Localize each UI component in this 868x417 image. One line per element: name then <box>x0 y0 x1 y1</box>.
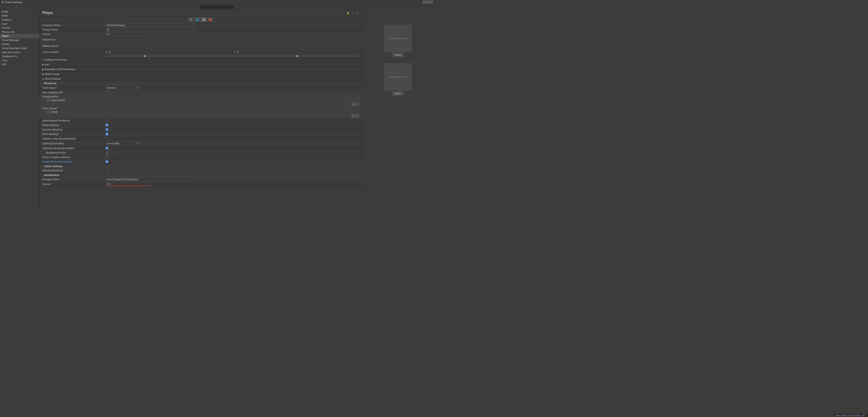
tab-webgl[interactable]: 🌐 <box>194 18 200 22</box>
slider-row <box>39 55 362 57</box>
identification-label: Identification <box>44 174 59 176</box>
frame-timing-label[interactable]: Enable Frame Timing Stats <box>42 160 105 163</box>
product-name-row: Product Name <box>39 27 362 32</box>
sidebar-item-physics2d[interactable]: Physics 2D <box>0 30 39 34</box>
graphics-apis-label: Graphics APIs <box>42 95 58 98</box>
frame-timing-checkbox[interactable] <box>105 160 108 163</box>
package-name-label: Package Name <box>42 178 105 181</box>
graphics-jobs-row: Graphics Jobs (Experimental)* <box>39 137 362 141</box>
sidebar-item-scriptorder[interactable]: Script Execution Order <box>0 46 39 50</box>
srgb-icon <box>47 111 50 113</box>
sidebar-item-tags[interactable]: Tags and Layers <box>0 50 39 54</box>
menu-icon[interactable]: ≡ <box>351 11 354 15</box>
sidebar-item-preset[interactable]: Preset Manager <box>0 38 39 42</box>
static-batching-checkbox[interactable] <box>105 124 108 126</box>
close-button[interactable]: × <box>430 0 433 4</box>
right-panel: None (Texture 2D) Select None (Texture 2… <box>362 9 434 208</box>
other-settings-label: Other Settings <box>45 77 61 80</box>
settings-for-android-header[interactable]: Settings for Android <box>39 57 362 62</box>
static-batching-label: Static Batching <box>42 124 105 126</box>
close-icon[interactable]: × <box>355 11 359 15</box>
gpu-skinning-row: GPU Skinning* <box>39 132 362 137</box>
tab-ios[interactable]: 🍎 <box>207 18 213 22</box>
company-name-input[interactable] <box>105 23 196 27</box>
sidebar-item-textmesh[interactable]: TextMesh Pro <box>0 54 39 58</box>
color-gamut-label: Color Gamut* <box>42 107 57 110</box>
title-bar-controls: — □ × <box>423 0 433 4</box>
lightmap-streaming-checkbox[interactable] <box>105 147 108 149</box>
tab-android[interactable]: ▣ <box>201 18 206 22</box>
identification-header[interactable]: Identification <box>39 173 362 177</box>
splash-label: Splash Image <box>44 72 60 75</box>
color-space-dropdown[interactable]: Gamma ▼ <box>105 86 140 90</box>
default-cursor-texture: None (Texture 2D) <box>384 63 412 90</box>
gamut-add-button[interactable]: + <box>351 114 355 118</box>
default-icon-label: Default Icon <box>42 38 105 41</box>
resolution-label: Resolution and Presentation <box>44 68 76 70</box>
minimize-button[interactable]: — <box>423 0 426 4</box>
srgb-row: sRGB <box>39 110 362 114</box>
sidebar-item-editor[interactable]: Editor <box>0 13 39 18</box>
sidebar-item-physics[interactable]: Physics <box>0 26 39 30</box>
srgb-write-checkbox[interactable] <box>105 169 108 172</box>
gpu-skinning-label: GPU Skinning* <box>42 133 105 136</box>
hotspot-x-value: 0 <box>109 51 111 53</box>
gpu-skinning-checkbox[interactable] <box>105 133 108 136</box>
product-name-input[interactable] <box>105 28 196 31</box>
protect-graphics-checkbox[interactable] <box>105 156 108 158</box>
lightmap-streaming-row: Lightmap Streaming Enabled <box>39 146 362 150</box>
sidebar-item-vfx[interactable]: VFX <box>0 62 39 66</box>
default-icon-panel: None (Texture 2D) Select <box>384 25 412 59</box>
sidebar-item-audio[interactable]: Audio <box>0 9 39 13</box>
lightmap-encoding-dropdown[interactable]: Low Quality ▼ <box>105 141 140 145</box>
auto-graphics-label: Auto Graphics API <box>42 91 105 94</box>
sidebar-item-graphics[interactable]: Graphics <box>0 18 39 22</box>
sidebar-item-input[interactable]: Input <box>0 22 39 26</box>
dynamic-batching-checkbox[interactable] <box>105 128 108 131</box>
graphics-remove-button[interactable]: − <box>355 102 359 106</box>
default-cursor-label: Default Cursor <box>42 44 105 47</box>
vulkan-settings-header[interactable]: Vulkan Settings <box>39 164 362 168</box>
graphics-plus-minus: + − <box>351 102 359 106</box>
other-settings-header[interactable]: Other Settings <box>39 76 362 81</box>
color-space-row: Color Space* Gamma ▼ <box>39 85 362 90</box>
graphics-jobs-label: Graphics Jobs (Experimental)* <box>42 137 105 140</box>
auto-graphics-row: Auto Graphics API <box>39 90 362 95</box>
search-input[interactable] <box>200 5 234 9</box>
gamut-plus-minus: + − <box>351 114 359 118</box>
multithreaded-label: Multithreaded Rendering* <box>42 119 105 122</box>
resolution-section-header[interactable]: Resolution and Presentation <box>39 67 362 71</box>
protect-graphics-row: Protect Graphics Memory <box>39 155 362 159</box>
title-bar-text: Project Settings <box>5 1 22 4</box>
streaming-priority-input[interactable] <box>105 151 115 154</box>
id-version-input[interactable] <box>105 182 151 186</box>
lock-icon[interactable]: 🔒 <box>346 11 350 15</box>
graphics-jobs-checkbox[interactable] <box>105 137 108 140</box>
maximize-button[interactable]: □ <box>426 0 430 4</box>
cursor-hotspot-row: Cursor Hotspot X 0 Y 0 <box>39 49 362 55</box>
settings-for-android-label: Settings for Android <box>45 58 66 61</box>
graphics-apis-controls: + − <box>39 102 362 107</box>
sidebar-item-quality[interactable]: Quality <box>0 42 39 46</box>
version-input[interactable] <box>105 32 151 36</box>
splash-section-header[interactable]: Splash Image <box>39 71 362 76</box>
gamut-remove-button[interactable]: − <box>355 114 359 118</box>
graphics-add-button[interactable]: + <box>351 102 355 106</box>
srgb-label: sRGB <box>51 111 57 113</box>
tab-windows[interactable]: 🖥 <box>188 18 193 22</box>
auto-graphics-checkbox[interactable] <box>105 91 108 94</box>
color-space-arrow: ▼ <box>136 87 138 89</box>
sidebar-item-player[interactable]: Player <box>0 34 39 38</box>
protect-graphics-label: Protect Graphics Memory <box>42 156 105 158</box>
title-bar-icon: ⚙ <box>1 1 4 4</box>
package-name-input[interactable] <box>105 178 196 181</box>
sidebar-item-time[interactable]: Time <box>0 58 39 62</box>
lightmap-encoding-value: Low Quality <box>107 142 120 145</box>
multithreaded-checkbox[interactable] <box>105 119 108 122</box>
default-cursor-select-button[interactable]: Select <box>392 91 404 95</box>
rendering-header[interactable]: Rendering <box>39 81 362 85</box>
icon-section-header[interactable]: Icon <box>39 62 362 67</box>
graphics-apis-header: Graphics APIs <box>39 95 362 98</box>
id-version-row: Version* <box>39 182 362 186</box>
default-icon-select-button[interactable]: Select <box>392 53 404 57</box>
